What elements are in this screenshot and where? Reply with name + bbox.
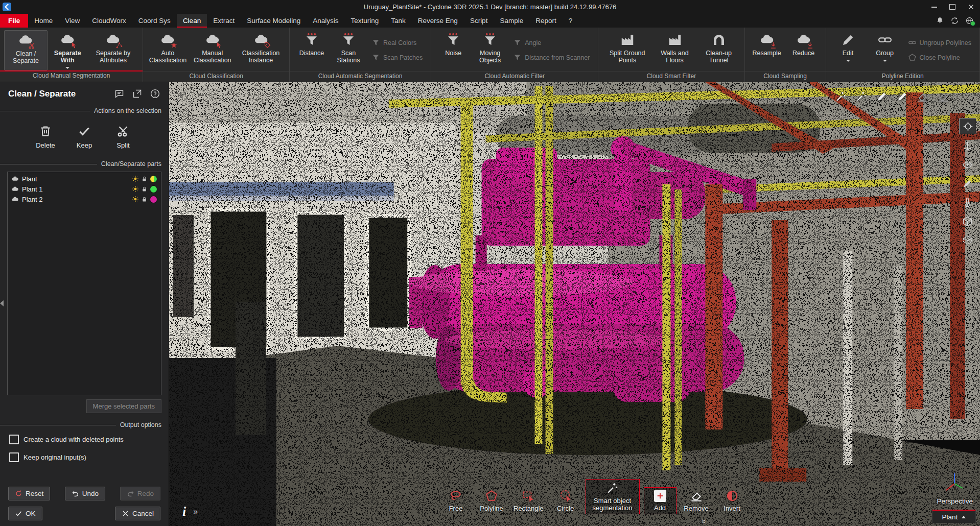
visibility-sun-icon[interactable] [132, 175, 139, 182]
tab-file[interactable]: File [0, 14, 28, 28]
resample-button[interactable]: Resample [749, 30, 785, 71]
minimize-button[interactable] [925, 0, 943, 14]
create-cloud-deleted-points-checkbox[interactable]: Create a cloud with deleted points [9, 435, 159, 444]
separate-by-attributes-button[interactable]: Separate by Attributes [87, 30, 138, 70]
factory-icon [620, 32, 635, 47]
visibility-sun-icon[interactable] [132, 196, 139, 203]
detach-panel-icon[interactable] [132, 88, 143, 99]
tab-cloudworx[interactable]: CloudWorx [86, 14, 132, 28]
clean-up-tunnel-button[interactable]: Clean-up Tunnel [697, 30, 740, 71]
tab-help[interactable]: ? [563, 14, 579, 28]
lock-icon[interactable] [141, 186, 148, 193]
reset-icon [15, 490, 22, 497]
lock-icon[interactable] [141, 176, 148, 182]
invert-selection-button[interactable]: Invert [716, 487, 748, 514]
active-cloud-selector[interactable]: Plant [932, 510, 976, 523]
erase-all-icon[interactable] [937, 90, 949, 103]
tab-view[interactable]: View [59, 14, 86, 28]
classification-instance-button[interactable]: Classification Instance [237, 30, 285, 71]
tab-coord-sys[interactable]: Coord Sys [132, 14, 177, 28]
checkbox-box[interactable] [9, 435, 19, 444]
maximize-button[interactable] [943, 0, 962, 14]
axes-tool[interactable] [959, 138, 975, 153]
paint-remove-icon[interactable] [896, 90, 908, 103]
output-options-header: Output options [0, 421, 161, 428]
erase-area-icon[interactable] [917, 90, 929, 103]
level-tool[interactable] [959, 195, 975, 210]
scan-stations-button[interactable]: Scan Stations [331, 30, 366, 71]
keep-original-inputs-checkbox[interactable]: Keep original input(s) [9, 452, 159, 462]
part-color-dot[interactable] [150, 196, 157, 203]
distance-button[interactable]: Distance [294, 30, 330, 71]
moving-objects-button[interactable]: Moving Objects [472, 30, 508, 71]
delete-button[interactable]: Delete [30, 121, 61, 151]
split-ground-points-button[interactable]: Split Ground Points [602, 30, 652, 71]
remove-from-selection-button[interactable]: Remove [681, 487, 712, 514]
rectangle-selection-button[interactable]: Rectangle [511, 487, 546, 514]
cube-view-tool[interactable] [959, 213, 975, 229]
notifications-bell-icon[interactable] [936, 16, 944, 25]
smart-object-segmentation-button[interactable]: Smart object segmentation [586, 479, 640, 514]
tab-texturing[interactable]: Texturing [345, 14, 385, 28]
close-icon [968, 4, 974, 10]
tab-clean[interactable]: Clean [177, 14, 207, 28]
part-color-dot[interactable] [150, 185, 157, 193]
part-color-dot[interactable] [150, 175, 157, 183]
toolbar-expand-chevron[interactable]: » [699, 519, 709, 523]
camera-view-tool[interactable] [959, 157, 975, 172]
checkbox-box[interactable] [9, 452, 19, 462]
lock-icon[interactable] [141, 196, 148, 203]
tab-reverse-eng[interactable]: Reverse Eng [412, 14, 464, 28]
tab-report[interactable]: Report [529, 14, 563, 28]
filter-funnel-icon [446, 32, 461, 47]
auto-classification-button[interactable]: Auto Classification [147, 30, 188, 71]
list-item-plant[interactable]: Plant [8, 174, 161, 184]
circle-selection-button[interactable]: Circle [550, 487, 581, 514]
viewport-3d[interactable]: Free Polyline Rectangle Circle Smart obj… [169, 82, 980, 526]
smart-brush-add-icon[interactable] [835, 90, 847, 103]
connection-status[interactable] [965, 16, 974, 25]
section-box-tool[interactable] [959, 232, 975, 248]
free-selection-button[interactable]: Free [440, 487, 472, 514]
reduce-button[interactable]: Reduce [786, 30, 822, 71]
pick-center-tool[interactable] [959, 118, 976, 134]
feedback-icon[interactable] [114, 88, 125, 99]
add-to-selection-button[interactable]: Add [644, 487, 676, 514]
tab-surface-modeling[interactable]: Surface Modeling [241, 14, 307, 28]
ok-button[interactable]: OK [8, 507, 42, 520]
list-item-plant-1[interactable]: Plant 1 [8, 184, 161, 194]
walls-and-floors-button[interactable]: Walls and Floors [653, 30, 696, 71]
group-polyline-button[interactable]: Group [867, 30, 903, 71]
edit-polyline-button[interactable]: Edit [830, 30, 866, 71]
tab-script[interactable]: Script [464, 14, 494, 28]
polyline-selection-button[interactable]: Polyline [476, 487, 507, 514]
paint-add-icon[interactable] [876, 90, 888, 103]
noise-button[interactable]: Noise [435, 30, 471, 71]
reset-button[interactable]: Reset [8, 487, 50, 500]
cancel-button[interactable]: Cancel [115, 507, 160, 520]
projection-mode-label[interactable]: Perspective [937, 497, 973, 505]
clean-separate-button[interactable]: Clean / Separate [4, 30, 48, 70]
split-button[interactable]: Split [107, 121, 139, 151]
tab-analysis[interactable]: Analysis [307, 14, 344, 28]
undo-button[interactable]: Undo [65, 487, 105, 500]
visibility-sun-icon[interactable] [132, 185, 139, 193]
tab-tank[interactable]: Tank [385, 14, 412, 28]
sync-icon[interactable] [950, 16, 959, 25]
info-icon[interactable]: i [182, 504, 186, 519]
tab-extract[interactable]: Extract [207, 14, 241, 28]
distance-from-scanner-button-disabled: Distance from Scanner [513, 53, 590, 62]
manual-classification-button[interactable]: Manual Classification [189, 30, 236, 71]
list-item-plant-2[interactable]: Plant 2 [8, 194, 161, 204]
tab-home[interactable]: Home [28, 14, 59, 28]
smart-brush-remove-icon[interactable] [855, 90, 868, 103]
separate-with-button[interactable]: Separate With [49, 30, 87, 70]
parts-list[interactable]: Plant Plant 1 [7, 172, 161, 395]
markup-tool[interactable] [959, 176, 975, 191]
panel-collapse-arrow[interactable] [0, 300, 4, 306]
help-icon[interactable] [150, 88, 160, 99]
keep-button[interactable]: Keep [68, 121, 100, 151]
tab-sample[interactable]: Sample [494, 14, 529, 28]
close-button[interactable] [962, 0, 980, 14]
info-expand-chevron[interactable]: » [193, 507, 198, 516]
